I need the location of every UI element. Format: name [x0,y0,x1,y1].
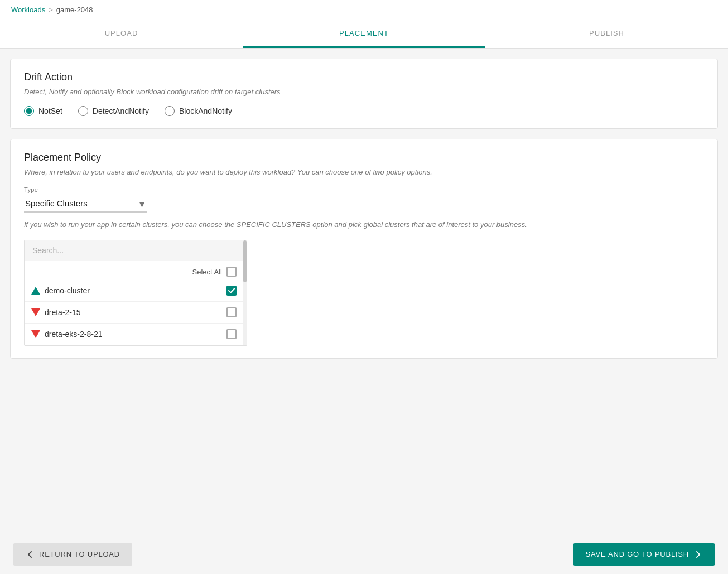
radio-not-set-label: NotSet [38,107,62,115]
cluster-name-demo: demo-cluster [45,286,90,295]
radio-detect-notify-input[interactable] [78,106,88,116]
arrow-left-icon [26,550,35,559]
placement-policy-card: Placement Policy Where, in relation to y… [10,139,718,359]
select-all-label: Select All [192,268,222,276]
cluster-checkbox-demo[interactable] [226,286,237,296]
return-label: RETURN TO UPLOAD [39,550,120,558]
cluster-left-demo: demo-cluster [31,286,90,295]
tab-publish[interactable]: PUBLISH [485,20,728,48]
radio-not-set[interactable]: NotSet [24,106,62,116]
main-content: Drift Action Detect, Notify and optional… [0,49,728,529]
drift-action-radio-group: NotSet DetectAndNotify BlockAndNotify [24,106,704,116]
cluster-picker: Select All demo-cluster [24,240,247,346]
tab-bar: UPLOAD PLACEMENT PUBLISH [0,20,728,49]
radio-block-notify-label: BlockAndNotify [179,107,232,115]
cluster-hint: If you wish to run your app in certain c… [24,220,704,229]
return-to-upload-button[interactable]: RETURN TO UPLOAD [13,543,132,566]
cluster-status-down-icon [31,330,40,338]
radio-detect-notify-label: DetectAndNotify [93,107,149,115]
radio-block-notify-input[interactable] [165,106,175,116]
drift-action-card: Drift Action Detect, Notify and optional… [10,59,718,129]
breadcrumb-separator: > [49,6,53,14]
save-and-publish-button[interactable]: SAVE AND GO TO PUBLISH [573,543,715,566]
type-label: Type [24,186,704,193]
checkmark-icon [228,288,235,293]
cluster-status-up-icon [31,287,40,295]
drift-action-title: Drift Action [24,71,704,83]
radio-detect-notify[interactable]: DetectAndNotify [78,106,149,116]
arrow-right-icon [693,550,702,559]
type-dropdown-wrapper: Specific Clusters All Clusters ▾ [24,195,147,213]
breadcrumb-parent-link[interactable]: Workloads [11,6,45,14]
cluster-left-dretaeks: dreta-eks-2-8-21 [31,330,103,339]
radio-block-notify[interactable]: BlockAndNotify [165,106,232,116]
publish-label: SAVE AND GO TO PUBLISH [586,550,690,558]
tab-upload[interactable]: UPLOAD [0,20,243,48]
cluster-name-dreta215: dreta-2-15 [45,308,81,317]
cluster-search-input[interactable] [25,240,243,261]
scrollbar [243,240,247,345]
placement-policy-title: Placement Policy [24,152,704,163]
cluster-left-dreta215: dreta-2-15 [31,308,81,317]
cluster-row: demo-cluster [25,280,243,302]
cluster-list-header: Select All [25,261,243,280]
cluster-row: dreta-2-15 [25,302,243,324]
cluster-checkbox-dretaeks[interactable] [226,329,237,339]
placement-policy-description: Where, in relation to your users and end… [24,168,704,176]
bottom-bar: RETURN TO UPLOAD SAVE AND GO TO PUBLISH [0,534,728,574]
select-all-checkbox[interactable] [226,267,237,277]
tab-placement[interactable]: PLACEMENT [243,20,485,48]
cluster-list: demo-cluster dreta-2-15 [25,280,243,345]
cluster-status-down-icon [31,308,40,316]
scrollbar-thumb [243,240,247,282]
cluster-checkbox-dreta215[interactable] [226,307,237,317]
cluster-row: dreta-eks-2-8-21 [25,324,243,345]
cluster-list-inner: Select All demo-cluster [25,240,243,345]
breadcrumb-current: game-2048 [56,6,93,14]
drift-action-description: Detect, Notify and optionally Block work… [24,88,704,96]
radio-not-set-input[interactable] [24,106,34,116]
type-dropdown[interactable]: Specific Clusters All Clusters [24,195,147,213]
breadcrumb: Workloads > game-2048 [0,0,728,20]
cluster-name-dretaeks: dreta-eks-2-8-21 [45,330,103,339]
